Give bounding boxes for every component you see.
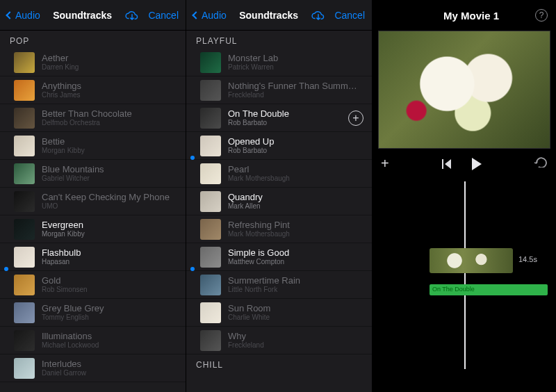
album-art bbox=[14, 219, 35, 240]
album-art bbox=[14, 302, 35, 323]
cancel-button[interactable]: Cancel bbox=[148, 10, 179, 21]
track-row[interactable]: Better Than ChocolateDelfmob Orchestra bbox=[0, 104, 186, 132]
download-all-button[interactable] bbox=[124, 10, 140, 21]
done-button[interactable]: Done bbox=[381, 9, 407, 22]
album-art bbox=[200, 219, 221, 240]
track-row[interactable]: Can't Keep Checking My PhoneUMO bbox=[0, 188, 186, 215]
track-row[interactable]: QuandryMark Allen bbox=[186, 188, 372, 215]
track-artist: Freckleland bbox=[228, 341, 363, 350]
track-title: Illuminations bbox=[42, 331, 177, 341]
track-row[interactable]: WhyFreckleland bbox=[186, 327, 372, 354]
track-title: Refreshing Pint bbox=[228, 220, 363, 230]
cancel-button[interactable]: Cancel bbox=[334, 10, 365, 21]
track-row[interactable]: Simple is GoodMatthew Compton bbox=[186, 243, 372, 271]
track-artist: Gabriel Witcher bbox=[42, 174, 177, 183]
download-all-button[interactable] bbox=[311, 10, 326, 21]
track-row[interactable]: Nothing's Funner Than Summ…Freckleland bbox=[186, 76, 372, 104]
track-row[interactable]: AnythingsChris James bbox=[0, 76, 186, 104]
back-label: Audio bbox=[15, 10, 40, 21]
album-art bbox=[200, 108, 221, 129]
track-artist: Little North Fork bbox=[228, 286, 363, 294]
track-meta: QuandryMark Allen bbox=[228, 192, 363, 211]
track-artist: Mark Allen bbox=[228, 202, 363, 211]
track-row[interactable]: Sun RoomCharlie White bbox=[186, 299, 372, 327]
track-title: Can't Keep Checking My Phone bbox=[42, 192, 177, 202]
track-artist: Charlie White bbox=[228, 313, 363, 322]
track-artist: Delfmob Orchestra bbox=[42, 119, 177, 127]
track-meta: EvergreenMorgan Kibby bbox=[42, 220, 177, 238]
track-meta: AetherDarren King bbox=[42, 53, 177, 72]
track-meta: WhyFreckleland bbox=[228, 331, 363, 350]
track-title: Better Than Chocolate bbox=[42, 108, 177, 119]
track-title: Grey Blue Grey bbox=[42, 303, 177, 313]
track-artist: Chris James bbox=[42, 91, 177, 99]
track-meta: Monster LabPatrick Warren bbox=[228, 53, 363, 72]
track-meta: PearlMark Mothersbaugh bbox=[228, 164, 363, 183]
track-row[interactable]: PearlMark Mothersbaugh bbox=[186, 160, 372, 188]
track-row[interactable]: InterludesDaniel Garrow bbox=[0, 354, 186, 382]
track-meta: Better Than ChocolateDelfmob Orchestra bbox=[42, 108, 177, 127]
add-track-button[interactable]: + bbox=[348, 111, 363, 126]
track-meta: IlluminationsMichael Lockwood bbox=[42, 331, 177, 350]
track-row[interactable]: Monster LabPatrick Warren bbox=[186, 49, 372, 76]
header-title: Soundtracks bbox=[53, 10, 112, 21]
editor-header: Done My Movie 1 ? bbox=[373, 0, 556, 31]
track-row[interactable]: On The DoubleRob Barbato+ bbox=[186, 104, 372, 132]
track-title: Gold bbox=[42, 275, 177, 286]
track-artist: Tommy English bbox=[42, 313, 177, 322]
track-title: Pearl bbox=[228, 164, 363, 174]
track-title: Monster Lab bbox=[228, 53, 363, 63]
track-meta: Blue MountainsGabriel Witcher bbox=[42, 164, 177, 183]
track-row[interactable]: Grey Blue GreyTommy English bbox=[0, 299, 186, 327]
track-row[interactable]: Refreshing PintMark Mothersbaugh bbox=[186, 215, 372, 243]
back-label: Audio bbox=[202, 10, 227, 21]
track-title: Sun Room bbox=[228, 303, 363, 313]
track-row[interactable]: BettieMorgan Kibby bbox=[0, 132, 186, 160]
track-meta: Simple is GoodMatthew Compton bbox=[228, 247, 363, 266]
track-meta: Nothing's Funner Than Summ…Freckleland bbox=[228, 81, 363, 99]
undo-button[interactable] bbox=[534, 156, 548, 171]
back-button[interactable]: Audio bbox=[7, 10, 40, 21]
header-title: Soundtracks bbox=[239, 10, 298, 21]
video-preview[interactable] bbox=[378, 31, 550, 149]
header-bar: Audio Soundtracks Cancel bbox=[0, 0, 186, 31]
skip-back-icon bbox=[441, 159, 454, 169]
play-button[interactable] bbox=[472, 158, 482, 170]
back-button[interactable]: Audio bbox=[193, 10, 227, 21]
album-art bbox=[200, 191, 221, 212]
track-meta: Opened UpRob Barbato bbox=[228, 136, 363, 155]
track-row[interactable]: Blue MountainsGabriel Witcher bbox=[0, 160, 186, 188]
album-art bbox=[200, 52, 221, 73]
track-row[interactable]: FlashbulbHapasan bbox=[0, 243, 186, 271]
chevron-left-icon bbox=[192, 11, 199, 19]
track-row[interactable]: GoldRob Simonsen bbox=[0, 271, 186, 299]
skip-to-start-button[interactable] bbox=[441, 159, 454, 169]
track-title: Interludes bbox=[42, 359, 177, 369]
track-title: Summertime Rain bbox=[228, 275, 363, 286]
downloaded-dot-icon bbox=[4, 267, 8, 271]
timeline[interactable]: 14.5s On The Double bbox=[373, 181, 556, 369]
track-row[interactable]: Opened UpRob Barbato bbox=[186, 132, 372, 160]
track-meta: BettieMorgan Kibby bbox=[42, 136, 177, 155]
add-media-button[interactable]: + bbox=[381, 156, 389, 172]
transport-bar: + bbox=[373, 149, 556, 179]
track-artist: Morgan Kibby bbox=[42, 147, 177, 155]
track-title: Opened Up bbox=[228, 136, 363, 147]
track-row[interactable]: IlluminationsMichael Lockwood bbox=[0, 327, 186, 354]
track-title: Nothing's Funner Than Summ… bbox=[228, 81, 363, 91]
album-art bbox=[200, 275, 221, 295]
album-art bbox=[14, 136, 35, 156]
track-artist: Rob Barbato bbox=[228, 147, 363, 155]
video-clip[interactable] bbox=[430, 248, 513, 273]
track-artist: Daniel Garrow bbox=[42, 369, 177, 377]
album-art bbox=[14, 330, 35, 351]
help-button[interactable]: ? bbox=[535, 9, 548, 22]
album-art bbox=[14, 191, 35, 212]
track-meta: Summertime RainLittle North Fork bbox=[228, 275, 363, 294]
track-artist: Mark Mothersbaugh bbox=[228, 174, 363, 183]
track-artist: Matthew Compton bbox=[228, 258, 363, 266]
track-row[interactable]: AetherDarren King bbox=[0, 49, 186, 76]
track-artist: Freckleland bbox=[228, 91, 363, 99]
track-row[interactable]: Summertime RainLittle North Fork bbox=[186, 271, 372, 299]
track-row[interactable]: EvergreenMorgan Kibby bbox=[0, 215, 186, 243]
